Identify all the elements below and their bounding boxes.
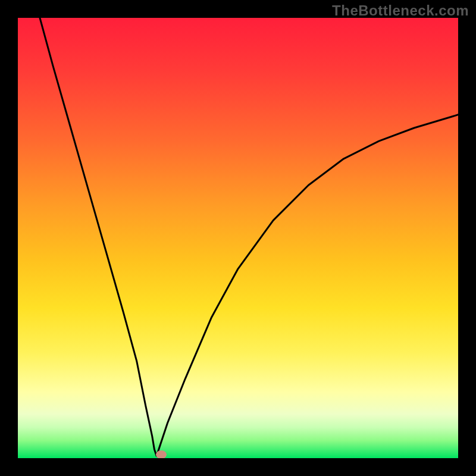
plot-area bbox=[18, 18, 458, 458]
bottleneck-curve bbox=[40, 18, 458, 456]
curve-layer bbox=[18, 18, 458, 458]
chart-frame: TheBottleneck.com bbox=[0, 0, 476, 476]
vertex-marker bbox=[156, 450, 167, 458]
watermark-text: TheBottleneck.com bbox=[332, 2, 469, 19]
